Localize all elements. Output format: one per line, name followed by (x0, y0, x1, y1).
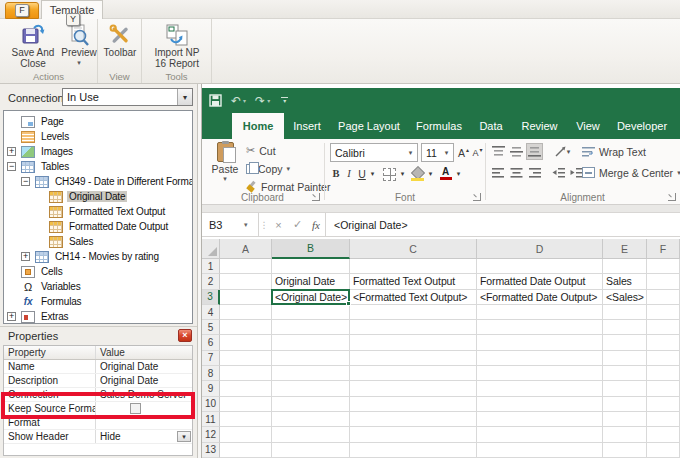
wrap-text-button[interactable]: Wrap Text (582, 143, 646, 160)
decrease-font-button[interactable]: A▾ (471, 143, 484, 162)
cell-D2[interactable]: Formatted Date Output (477, 274, 603, 289)
cell-C11[interactable] (350, 412, 477, 427)
cell-D9[interactable] (477, 381, 603, 396)
cell-E8[interactable] (603, 366, 647, 381)
row-header-12[interactable]: 12 (202, 427, 220, 442)
cell-B9[interactable] (272, 381, 350, 396)
cell-B6[interactable] (272, 335, 350, 350)
property-value[interactable] (96, 402, 192, 415)
tree-item-formatted-text-output[interactable]: Formatted Text Output (4, 204, 192, 219)
tree-item-tables[interactable]: −Tables (4, 159, 192, 174)
tree-item-page[interactable]: Page (4, 114, 192, 129)
select-all-corner[interactable] (202, 239, 220, 259)
cell-A12[interactable] (220, 427, 272, 442)
undo-button[interactable]: ↶ ▾ (231, 94, 246, 108)
excel-tab-data[interactable]: Data (470, 113, 512, 139)
cell-B13[interactable] (272, 443, 350, 458)
excel-tab-insert[interactable]: Insert (284, 113, 330, 139)
fill-color-dropdown[interactable]: ▾ (426, 164, 435, 183)
excel-tab-home[interactable]: Home (232, 113, 284, 139)
cell-F9[interactable] (647, 381, 680, 396)
cut-button[interactable]: ✂ Cut (246, 142, 276, 159)
property-value[interactable] (96, 416, 192, 429)
cell-D13[interactable] (477, 443, 603, 458)
cell-D8[interactable] (477, 366, 603, 381)
tree-item-sales[interactable]: Sales (4, 234, 192, 249)
expand-plus-icon[interactable]: + (21, 252, 30, 261)
cell-F7[interactable] (647, 351, 680, 366)
redo-button[interactable]: ↷ ▾ (255, 94, 270, 108)
connection-dropdown[interactable]: In Use ▾ (62, 88, 193, 106)
cell-C10[interactable] (350, 397, 477, 412)
cell-B7[interactable] (272, 351, 350, 366)
collapse-minus-icon[interactable]: − (7, 162, 16, 171)
property-row-connection[interactable]: ConnectionSales Demo Server (4, 388, 192, 402)
cell-A2[interactable] (220, 274, 272, 289)
cell-A3[interactable] (220, 290, 272, 305)
cell-D1[interactable] (477, 259, 603, 274)
underline-button[interactable]: U (356, 164, 368, 183)
row-header-2[interactable]: 2 (202, 274, 220, 289)
cell-B12[interactable] (272, 427, 350, 442)
cell-A8[interactable] (220, 366, 272, 381)
row-header-4[interactable]: 4 (202, 305, 220, 320)
excel-tab-developer[interactable]: Developer (609, 113, 675, 139)
excel-tab-page-layout[interactable]: Page Layout (330, 113, 408, 139)
formula-input[interactable]: <Original Date> (326, 213, 680, 236)
tree-item-ch14-movies-by-rating[interactable]: +CH14 - Movies by rating (4, 249, 192, 264)
cell-D5[interactable] (477, 320, 603, 335)
expand-plus-icon[interactable]: + (7, 147, 16, 156)
fill-color-button[interactable] (410, 165, 425, 184)
copy-button[interactable]: Copy ▾ (246, 160, 290, 177)
cell-B8[interactable] (272, 366, 350, 381)
cell-B1[interactable] (272, 259, 350, 274)
alignment-dialog-launcher-icon[interactable] (668, 193, 676, 201)
cell-D11[interactable] (477, 412, 603, 427)
cell-F10[interactable] (647, 397, 680, 412)
column-header-e[interactable]: E (603, 239, 647, 259)
column-header-f[interactable]: F (647, 239, 680, 259)
row-header-1[interactable]: 1 (202, 259, 220, 274)
cell-A13[interactable] (220, 443, 272, 458)
cell-E12[interactable] (603, 427, 647, 442)
tree-item-formulas[interactable]: fxFormulas (4, 294, 192, 309)
cell-D3[interactable]: <Formatted Date Output> (477, 290, 603, 305)
excel-tab-view[interactable]: View (567, 113, 609, 139)
preview-button[interactable]: Preview ▾ (62, 21, 96, 66)
row-header-6[interactable]: 6 (202, 335, 220, 350)
cell-C6[interactable] (350, 335, 477, 350)
paste-button[interactable]: Paste ▾ (208, 142, 242, 182)
tree-item-original-date[interactable]: Original Date (4, 189, 192, 204)
column-header-c[interactable]: C (350, 239, 477, 259)
increase-font-button[interactable]: A▴ (457, 143, 470, 162)
cell-D10[interactable] (477, 397, 603, 412)
row-header-8[interactable]: 8 (202, 366, 220, 381)
cell-A9[interactable] (220, 381, 272, 396)
orientation-button[interactable]: ▾ (550, 143, 574, 160)
decrease-indent-button[interactable] (550, 164, 567, 181)
tree-item-images[interactable]: +Images (4, 144, 192, 159)
dropdown-arrow-icon[interactable]: ▾ (177, 89, 192, 105)
cell-D4[interactable] (477, 305, 603, 320)
borders-button[interactable] (382, 165, 397, 184)
toolbar-button[interactable]: Toolbar (100, 21, 140, 59)
column-header-b[interactable]: B (272, 239, 350, 259)
font-size-combo[interactable]: 11 ▾ (421, 143, 454, 162)
cell-F8[interactable] (647, 366, 680, 381)
font-dialog-launcher-icon[interactable] (473, 193, 481, 201)
cell-F3[interactable] (647, 290, 680, 305)
property-row-name[interactable]: NameOriginal Date (4, 360, 192, 374)
excel-tab-add-ins[interactable]: Add-Ins (675, 113, 680, 139)
cell-E7[interactable] (603, 351, 647, 366)
customize-qat-button[interactable]: ▾ (281, 97, 288, 104)
cell-E11[interactable] (603, 412, 647, 427)
row-header-11[interactable]: 11 (202, 412, 220, 427)
cell-D7[interactable] (477, 351, 603, 366)
tree-item-variables[interactable]: ΩVariables (4, 279, 192, 294)
clipboard-dialog-launcher-icon[interactable] (312, 193, 320, 201)
import-np-16-report-button[interactable]: Import NP 16 Report (149, 21, 205, 69)
collapse-minus-icon[interactable]: − (21, 177, 30, 186)
borders-dropdown[interactable]: ▾ (398, 164, 407, 183)
cell-F4[interactable] (647, 305, 680, 320)
row-header-10[interactable]: 10 (202, 397, 220, 412)
